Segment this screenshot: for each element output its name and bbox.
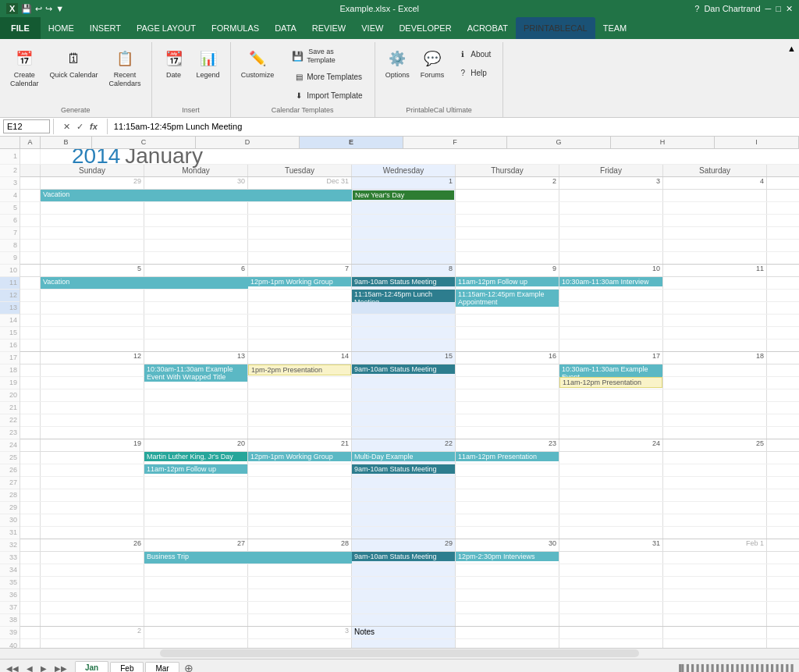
row-numbers: 1 2 3 4 5 6 7 8 9 10 11 12 13 14 15 16 1… (0, 149, 20, 648)
week2-events-row1: Vacation 12pm-1pm Working Group 9am-10am… (20, 277, 799, 290)
quick-access-undo[interactable]: ↩ (35, 4, 42, 14)
day-header-monday: Monday (144, 165, 248, 176)
tab-insert[interactable]: INSERT (82, 17, 129, 39)
help-button[interactable]: ? Help (451, 64, 496, 81)
row-num-6: 6 (0, 215, 20, 227)
row-num-22: 22 (0, 414, 20, 427)
recent-calendars-button[interactable]: 📋 RecentCalendars (105, 45, 145, 91)
title-row: 2014 January (20, 149, 799, 165)
close-button[interactable]: ✕ (786, 4, 793, 14)
sheet-tab-jan[interactable]: Jan (75, 661, 108, 672)
tab-home[interactable]: HOME (41, 17, 82, 39)
follow-up-event-1[interactable]: 11am-12pm Follow up (456, 277, 559, 286)
more-templates-button[interactable]: ▤ More Templates (287, 69, 368, 86)
help-icon[interactable]: ? (694, 4, 699, 13)
forums-button[interactable]: 💬 Forums (417, 45, 449, 81)
follow-up-event-2[interactable]: 11am-12pm Follow up (144, 464, 247, 474)
more-templates-label: More Templates (307, 73, 362, 81)
cancel-formula-icon[interactable]: ✕ (63, 122, 70, 132)
week5-row34 (20, 577, 799, 589)
week5-dates-row: 26 27 28 29 30 31 Feb 1 (20, 539, 799, 552)
status-meeting-event-2[interactable]: 9am-10am Status Meeting (352, 364, 455, 374)
import-template-button[interactable]: ⬇ Import Template (287, 87, 368, 105)
tab-formulas[interactable]: FORMULAS (204, 17, 267, 39)
status-meeting-event-3[interactable]: 9am-10am Status Meeting (352, 464, 455, 474)
quick-access-more[interactable]: ▼ (55, 4, 64, 13)
about-button[interactable]: ℹ About (451, 45, 496, 62)
add-sheet-button[interactable]: ⊕ (184, 662, 194, 672)
row-num-35: 35 (0, 577, 20, 589)
presentation-event-2[interactable]: 11am-12pm Presentation (559, 377, 662, 388)
vacation-event-1[interactable]: Vacation (41, 190, 352, 201)
row-num-33: 33 (0, 552, 20, 564)
sheet-nav-next[interactable]: ▶ (37, 663, 50, 672)
status-meeting-event-4[interactable]: 9am-10am Status Meeting (352, 552, 455, 561)
confirm-formula-icon[interactable]: ✓ (76, 122, 83, 132)
tab-acrobat[interactable]: ACROBAT (460, 17, 516, 39)
row-num-14: 14 (0, 315, 20, 327)
week1-day3-num: Dec 31 (248, 177, 352, 189)
minimize-button[interactable]: ─ (765, 4, 772, 13)
cell-reference-input[interactable] (3, 119, 50, 133)
tab-printablecal[interactable]: PRINTABLECAL (516, 17, 595, 39)
date-icon: 📆 (163, 48, 185, 69)
legend-button[interactable]: 📊 Legend (193, 45, 224, 81)
recent-calendars-icon: 📋 (114, 48, 136, 69)
sheet-nav-first[interactable]: ◀◀ (3, 663, 22, 672)
interview-event-1[interactable]: 10:30am-11:30am Interview (559, 277, 662, 286)
week1-day1-num: 29 (41, 177, 144, 189)
quick-calendar-button[interactable]: 🗓 Quick Calendar (46, 45, 102, 82)
insert-function-icon[interactable]: fx (90, 122, 98, 132)
week2-thu-cell: 11am-12pm Follow up (456, 277, 559, 289)
business-trip-event[interactable]: Business Trip (144, 552, 352, 564)
excel-logo-icon: X (6, 3, 18, 14)
tab-team[interactable]: TEAM (595, 17, 635, 39)
date-button[interactable]: 📆 Date (158, 45, 190, 81)
working-group-event-1[interactable]: 12pm-1pm Working Group (248, 277, 351, 286)
tab-developer[interactable]: DEVELOPER (391, 17, 459, 39)
tab-page-layout[interactable]: PAGE LAYOUT (129, 17, 204, 39)
options-button[interactable]: ⚙️ Options (382, 45, 414, 81)
week1-empty-row6 (20, 215, 799, 227)
week1-dates-row: 29 30 Dec 31 1 2 3 4 (20, 177, 799, 190)
sheet-tab-mar[interactable]: Mar (145, 662, 179, 672)
week5-row35 (20, 589, 799, 602)
row-num-36: 36 (0, 589, 20, 602)
save-as-template-button[interactable]: 💾 Save asTemplate (287, 45, 368, 67)
status-meeting-event-1[interactable]: 9am-10am Status Meeting (352, 277, 455, 286)
col-header-f: F (403, 137, 507, 148)
horizontal-scrollbar[interactable] (160, 649, 639, 657)
tab-view[interactable]: VIEW (353, 17, 391, 39)
create-calendar-button[interactable]: 📅 CreateCalendar (6, 45, 43, 91)
col-header-e: E (300, 137, 403, 148)
restore-button[interactable]: □ (776, 4, 781, 13)
interviews-event[interactable]: 12pm-2:30pm Interviews (456, 552, 559, 561)
sheet-nav-last[interactable]: ▶▶ (51, 663, 70, 672)
presentation-event-1[interactable]: 1pm-2pm Presentation (248, 364, 351, 375)
multi-day-event[interactable]: Multi-Day Example (352, 452, 455, 461)
sheet-nav-prev[interactable]: ◀ (23, 663, 36, 672)
user-name[interactable]: Dan Chartrand (704, 4, 760, 13)
import-template-label: Import Template (307, 91, 363, 100)
ribbon-collapse-button[interactable]: ▲ (784, 42, 799, 55)
quick-access-redo[interactable]: ↪ (45, 4, 52, 14)
week3-events-row2: 11am-12pm Presentation (20, 377, 799, 389)
tab-review[interactable]: REVIEW (304, 17, 353, 39)
quick-access-save[interactable]: 💾 (21, 4, 32, 14)
ribbon-group-generate: 📅 CreateCalendar 🗓 Quick Calendar 📋 Rece… (0, 42, 152, 117)
week2-day7-num: 11 (663, 265, 767, 276)
week2-row14 (20, 315, 799, 327)
save-as-template-label: Save asTemplate (307, 48, 336, 65)
sheet-tab-feb[interactable]: Feb (110, 662, 144, 672)
presentation-event-3[interactable]: 11am-12pm Presentation (456, 452, 559, 461)
new-years-day-event[interactable]: New Year's Day (353, 190, 454, 200)
row-num-21: 21 (0, 402, 20, 414)
tab-data[interactable]: DATA (267, 17, 304, 39)
vacation-event-2[interactable]: Vacation (41, 277, 248, 289)
working-group-event-2[interactable]: 12pm-1pm Working Group (248, 452, 351, 461)
week1-day4-num: 1 (352, 177, 456, 189)
mlk-day-event[interactable]: Martin Luther King, Jr's Day (144, 452, 247, 461)
tab-file[interactable]: FILE (0, 17, 41, 39)
customize-button[interactable]: ✏️ Customize (237, 45, 279, 81)
col-header-a: A (20, 137, 41, 148)
